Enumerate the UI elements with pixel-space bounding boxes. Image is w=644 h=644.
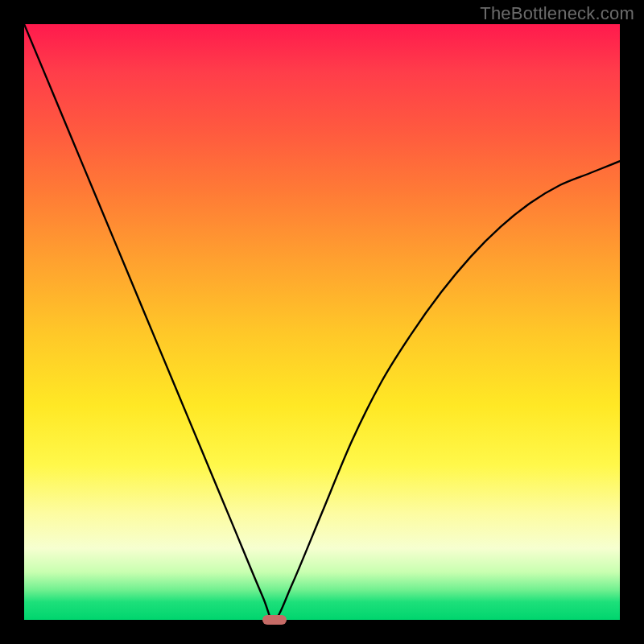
watermark-text: TheBottleneck.com xyxy=(480,3,634,24)
chart-frame: TheBottleneck.com xyxy=(0,0,644,644)
plot-area xyxy=(24,24,620,620)
bottleneck-curve xyxy=(24,24,620,620)
curve-path xyxy=(24,24,620,620)
optimal-point-marker xyxy=(262,615,287,625)
